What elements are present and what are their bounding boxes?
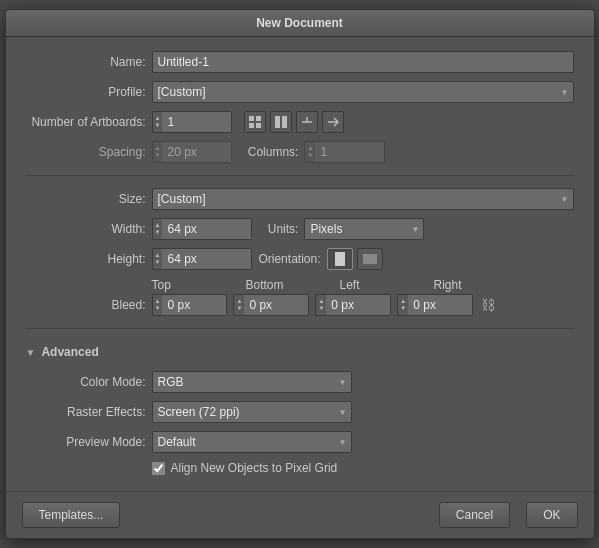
columns-arrows[interactable]: ▲ ▼: [304, 141, 315, 163]
artboards-label: Number of Artboards:: [26, 115, 146, 129]
svg-rect-5: [282, 116, 287, 128]
bleed-right-input[interactable]: [408, 294, 473, 316]
orientation-label: Orientation:: [258, 252, 320, 266]
bleed-left-arrows[interactable]: ▲ ▼: [315, 294, 326, 316]
cancel-button[interactable]: Cancel: [439, 502, 510, 528]
bleed-left-input[interactable]: [326, 294, 391, 316]
width-down-icon[interactable]: ▼: [155, 229, 161, 236]
name-input[interactable]: [152, 51, 574, 73]
height-down-icon[interactable]: ▼: [155, 259, 161, 266]
bleed-top-header: Top: [152, 278, 240, 292]
bleed-bottom-spinner: ▲ ▼: [233, 294, 309, 316]
bleed-right-spinner: ▲ ▼: [397, 294, 473, 316]
columns-up-icon[interactable]: ▲: [307, 145, 313, 152]
bleed-right-up[interactable]: ▲: [400, 298, 406, 305]
pixel-grid-checkbox[interactable]: [152, 462, 165, 475]
height-orientation-row: Height: ▲ ▼ Orientation:: [26, 248, 574, 270]
columns-down-icon[interactable]: ▼: [307, 152, 313, 159]
new-document-dialog: New Document Name: Profile: [Custom] Pri…: [5, 9, 595, 539]
color-mode-select-wrapper: RGB CMYK Grayscale: [152, 371, 352, 393]
pixel-grid-label: Align New Objects to Pixel Grid: [171, 461, 338, 475]
size-select-wrapper: [Custom] Letter A4: [152, 188, 574, 210]
height-up-icon[interactable]: ▲: [155, 252, 161, 259]
chain-link-icon[interactable]: ⛓: [481, 297, 495, 313]
bleed-right-header: Right: [434, 278, 522, 292]
artboards-arrows[interactable]: ▲ ▼: [152, 111, 163, 133]
name-row: Name:: [26, 51, 574, 73]
preview-mode-row: Preview Mode: Default Pixel Overprint: [26, 431, 574, 453]
svg-rect-2: [249, 123, 254, 128]
bleed-right-down[interactable]: ▼: [400, 305, 406, 312]
columns-input[interactable]: [315, 141, 385, 163]
divider-2: [26, 328, 574, 329]
bleed-left-spinner: ▲ ▼: [315, 294, 391, 316]
spacing-up-icon[interactable]: ▲: [155, 145, 161, 152]
profile-select[interactable]: [Custom] Print Web Mobile: [152, 81, 574, 103]
bleed-inputs-row: Bleed: ▲ ▼ ▲ ▼ ▲: [26, 294, 574, 316]
spacing-spinner: ▲ ▼: [152, 141, 233, 163]
ok-button[interactable]: OK: [526, 502, 577, 528]
units-select[interactable]: Pixels Inches Centimeters Points: [304, 218, 424, 240]
color-mode-select[interactable]: RGB CMYK Grayscale: [152, 371, 352, 393]
flow-icon[interactable]: [296, 111, 318, 133]
templates-button[interactable]: Templates...: [22, 502, 121, 528]
preview-select[interactable]: Default Pixel Overprint: [152, 431, 352, 453]
raster-effects-row: Raster Effects: Screen (72 ppi) Medium (…: [26, 401, 574, 423]
bleed-bottom-up[interactable]: ▲: [236, 298, 242, 305]
svg-rect-8: [335, 252, 345, 266]
spacing-row: Spacing: ▲ ▼ Columns: ▲ ▼: [26, 141, 574, 163]
width-label: Width:: [26, 222, 146, 236]
bleed-left-header: Left: [340, 278, 428, 292]
spacing-input[interactable]: [162, 141, 232, 163]
artboards-row: Number of Artboards: ▲ ▼: [26, 111, 574, 133]
divider-1: [26, 175, 574, 176]
bleed-top-down[interactable]: ▼: [155, 305, 161, 312]
columns-label: Columns:: [238, 145, 298, 159]
height-input[interactable]: [162, 248, 252, 270]
bleed-right-arrows[interactable]: ▲ ▼: [397, 294, 408, 316]
height-arrows[interactable]: ▲ ▼: [152, 248, 163, 270]
svg-rect-4: [275, 116, 280, 128]
raster-label: Raster Effects:: [26, 405, 146, 419]
artboards-input[interactable]: [162, 111, 232, 133]
advanced-label: Advanced: [41, 345, 98, 359]
svg-rect-1: [256, 116, 261, 121]
bleed-top-arrows[interactable]: ▲ ▼: [152, 294, 163, 316]
bleed-left-down[interactable]: ▼: [318, 305, 324, 312]
arrange-icon[interactable]: [270, 111, 292, 133]
arrow-icon[interactable]: [322, 111, 344, 133]
width-input[interactable]: [162, 218, 252, 240]
spacing-down-icon[interactable]: ▼: [155, 152, 161, 159]
raster-select[interactable]: Screen (72 ppi) Medium (150 ppi) High (3…: [152, 401, 352, 423]
profile-select-wrapper: [Custom] Print Web Mobile: [152, 81, 574, 103]
bleed-top-up[interactable]: ▲: [155, 298, 161, 305]
width-up-icon[interactable]: ▲: [155, 222, 161, 229]
artboards-up-icon[interactable]: ▲: [155, 115, 161, 122]
advanced-header[interactable]: ▼ Advanced: [26, 341, 574, 363]
spacing-label: Spacing:: [26, 145, 146, 159]
profile-label: Profile:: [26, 85, 146, 99]
size-select[interactable]: [Custom] Letter A4: [152, 188, 574, 210]
grid-icon[interactable]: [244, 111, 266, 133]
units-select-wrapper: Pixels Inches Centimeters Points: [304, 218, 424, 240]
height-label: Height:: [26, 252, 146, 266]
svg-rect-3: [256, 123, 261, 128]
width-arrows[interactable]: ▲ ▼: [152, 218, 163, 240]
spacing-arrows[interactable]: ▲ ▼: [152, 141, 163, 163]
advanced-content: Color Mode: RGB CMYK Grayscale Raster Ef…: [26, 371, 574, 475]
bleed-top-spinner: ▲ ▼: [152, 294, 228, 316]
artboards-down-icon[interactable]: ▼: [155, 122, 161, 129]
bleed-left-up[interactable]: ▲: [318, 298, 324, 305]
landscape-button[interactable]: [357, 248, 383, 270]
bleed-bottom-arrows[interactable]: ▲ ▼: [233, 294, 244, 316]
width-spinner: ▲ ▼: [152, 218, 253, 240]
svg-rect-9: [363, 254, 377, 264]
size-row: Size: [Custom] Letter A4: [26, 188, 574, 210]
bleed-bottom-down[interactable]: ▼: [236, 305, 242, 312]
portrait-button[interactable]: [327, 248, 353, 270]
size-label: Size:: [26, 192, 146, 206]
artboard-layout-icons: [244, 111, 344, 133]
bleed-top-input[interactable]: [162, 294, 227, 316]
bleed-bottom-input[interactable]: [244, 294, 309, 316]
svg-rect-0: [249, 116, 254, 121]
